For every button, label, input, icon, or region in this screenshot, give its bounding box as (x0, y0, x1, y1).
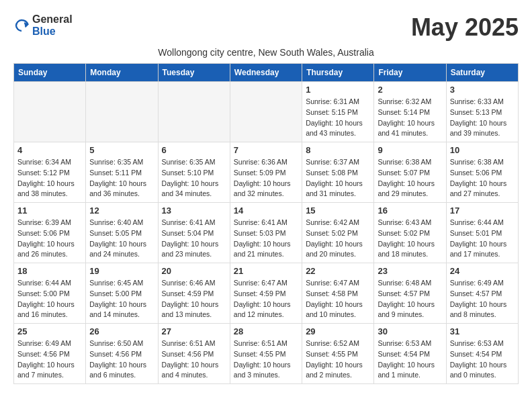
month-title: May 2025 (411, 13, 519, 42)
calendar-header-row: Sunday Monday Tuesday Wednesday Thursday… (14, 64, 519, 82)
day-info: Sunrise: 6:38 AMSunset: 5:07 PMDaylight:… (378, 157, 442, 199)
calendar-cell: 26Sunrise: 6:50 AMSunset: 4:56 PMDayligh… (86, 324, 158, 384)
day-info: Sunrise: 6:45 AMSunset: 5:00 PMDaylight:… (89, 278, 154, 320)
day-number: 10 (450, 145, 515, 155)
col-monday: Monday (86, 64, 158, 82)
day-info: Sunrise: 6:46 AMSunset: 4:59 PMDaylight:… (162, 278, 226, 320)
day-number: 27 (162, 326, 226, 336)
day-info: Sunrise: 6:47 AMSunset: 4:58 PMDaylight:… (306, 278, 370, 320)
day-info: Sunrise: 6:32 AMSunset: 5:14 PMDaylight:… (378, 97, 442, 139)
day-info: Sunrise: 6:53 AMSunset: 4:54 PMDaylight:… (450, 338, 515, 381)
calendar-cell: 1Sunrise: 6:31 AMSunset: 5:15 PMDaylight… (302, 82, 374, 142)
calendar-cell: 5Sunrise: 6:35 AMSunset: 5:11 PMDaylight… (86, 142, 158, 203)
calendar-cell (86, 82, 158, 142)
day-info: Sunrise: 6:51 AMSunset: 4:56 PMDaylight:… (162, 338, 226, 381)
calendar-cell: 10Sunrise: 6:38 AMSunset: 5:06 PMDayligh… (446, 142, 518, 203)
col-wednesday: Wednesday (230, 64, 302, 82)
day-number: 18 (17, 266, 82, 276)
day-number: 25 (17, 326, 82, 336)
logo-icon (13, 17, 30, 34)
calendar-cell: 9Sunrise: 6:38 AMSunset: 5:07 PMDaylight… (374, 142, 446, 203)
calendar-cell: 17Sunrise: 6:44 AMSunset: 5:01 PMDayligh… (446, 203, 518, 263)
calendar-cell: 12Sunrise: 6:40 AMSunset: 5:05 PMDayligh… (86, 203, 158, 263)
week-row-1: 1Sunrise: 6:31 AMSunset: 5:15 PMDaylight… (14, 82, 519, 142)
calendar-cell: 25Sunrise: 6:49 AMSunset: 4:56 PMDayligh… (14, 324, 86, 384)
day-info: Sunrise: 6:50 AMSunset: 4:56 PMDaylight:… (89, 338, 154, 381)
calendar-cell: 11Sunrise: 6:39 AMSunset: 5:06 PMDayligh… (14, 203, 86, 263)
col-thursday: Thursday (302, 64, 374, 82)
day-info: Sunrise: 6:35 AMSunset: 5:10 PMDaylight:… (162, 157, 226, 199)
calendar-cell: 16Sunrise: 6:43 AMSunset: 5:02 PMDayligh… (374, 203, 446, 263)
week-row-4: 18Sunrise: 6:44 AMSunset: 5:00 PMDayligh… (14, 263, 519, 324)
day-number: 29 (306, 326, 370, 336)
day-number: 5 (89, 145, 154, 155)
calendar-cell: 30Sunrise: 6:53 AMSunset: 4:54 PMDayligh… (374, 324, 446, 384)
day-number: 3 (450, 85, 515, 95)
day-number: 12 (89, 205, 154, 216)
day-info: Sunrise: 6:35 AMSunset: 5:11 PMDaylight:… (89, 157, 154, 199)
calendar-cell: 3Sunrise: 6:33 AMSunset: 5:13 PMDaylight… (446, 82, 518, 142)
day-number: 11 (17, 205, 82, 216)
day-number: 1 (306, 85, 370, 95)
day-info: Sunrise: 6:40 AMSunset: 5:05 PMDaylight:… (89, 218, 154, 260)
calendar-cell: 14Sunrise: 6:41 AMSunset: 5:03 PMDayligh… (230, 203, 302, 263)
day-info: Sunrise: 6:33 AMSunset: 5:13 PMDaylight:… (450, 97, 515, 139)
day-info: Sunrise: 6:41 AMSunset: 5:04 PMDaylight:… (162, 218, 226, 260)
day-number: 17 (450, 205, 515, 216)
day-info: Sunrise: 6:44 AMSunset: 5:01 PMDaylight:… (450, 218, 515, 260)
logo: General Blue (13, 13, 73, 37)
calendar-cell: 7Sunrise: 6:36 AMSunset: 5:09 PMDaylight… (230, 142, 302, 203)
day-info: Sunrise: 6:36 AMSunset: 5:09 PMDaylight:… (234, 157, 298, 199)
day-number: 16 (378, 205, 442, 216)
calendar-cell (158, 82, 230, 142)
col-sunday: Sunday (14, 64, 86, 82)
calendar-cell: 22Sunrise: 6:47 AMSunset: 4:58 PMDayligh… (302, 263, 374, 324)
day-info: Sunrise: 6:53 AMSunset: 4:54 PMDaylight:… (378, 338, 442, 381)
day-info: Sunrise: 6:34 AMSunset: 5:12 PMDaylight:… (17, 157, 82, 199)
calendar-cell: 28Sunrise: 6:51 AMSunset: 4:55 PMDayligh… (230, 324, 302, 384)
day-number: 6 (162, 145, 226, 155)
col-friday: Friday (374, 64, 446, 82)
day-number: 14 (234, 205, 298, 216)
day-number: 22 (306, 266, 370, 276)
calendar-cell: 19Sunrise: 6:45 AMSunset: 5:00 PMDayligh… (86, 263, 158, 324)
day-number: 15 (306, 205, 370, 216)
day-info: Sunrise: 6:48 AMSunset: 4:57 PMDaylight:… (378, 278, 442, 320)
day-number: 9 (378, 145, 442, 155)
day-number: 7 (234, 145, 298, 155)
day-info: Sunrise: 6:49 AMSunset: 4:57 PMDaylight:… (450, 278, 515, 320)
logo-blue-text: Blue (32, 26, 73, 38)
day-number: 23 (378, 266, 442, 276)
day-number: 31 (450, 326, 515, 336)
day-info: Sunrise: 6:37 AMSunset: 5:08 PMDaylight:… (306, 157, 370, 199)
day-info: Sunrise: 6:47 AMSunset: 4:59 PMDaylight:… (234, 278, 298, 320)
day-number: 19 (89, 266, 154, 276)
day-info: Sunrise: 6:51 AMSunset: 4:55 PMDaylight:… (234, 338, 298, 381)
day-number: 13 (162, 205, 226, 216)
calendar-cell: 21Sunrise: 6:47 AMSunset: 4:59 PMDayligh… (230, 263, 302, 324)
day-number: 28 (234, 326, 298, 336)
calendar-cell: 29Sunrise: 6:52 AMSunset: 4:55 PMDayligh… (302, 324, 374, 384)
calendar-cell: 4Sunrise: 6:34 AMSunset: 5:12 PMDaylight… (14, 142, 86, 203)
day-info: Sunrise: 6:38 AMSunset: 5:06 PMDaylight:… (450, 157, 515, 199)
calendar-cell: 18Sunrise: 6:44 AMSunset: 5:00 PMDayligh… (14, 263, 86, 324)
calendar-cell: 2Sunrise: 6:32 AMSunset: 5:14 PMDaylight… (374, 82, 446, 142)
day-number: 26 (89, 326, 154, 336)
calendar-cell: 6Sunrise: 6:35 AMSunset: 5:10 PMDaylight… (158, 142, 230, 203)
day-info: Sunrise: 6:49 AMSunset: 4:56 PMDaylight:… (17, 338, 82, 381)
col-saturday: Saturday (446, 64, 518, 82)
calendar-cell: 27Sunrise: 6:51 AMSunset: 4:56 PMDayligh… (158, 324, 230, 384)
calendar-cell: 23Sunrise: 6:48 AMSunset: 4:57 PMDayligh… (374, 263, 446, 324)
calendar-cell (230, 82, 302, 142)
day-number: 30 (378, 326, 442, 336)
calendar-cell: 15Sunrise: 6:42 AMSunset: 5:02 PMDayligh… (302, 203, 374, 263)
day-info: Sunrise: 6:31 AMSunset: 5:15 PMDaylight:… (306, 97, 370, 139)
day-number: 24 (450, 266, 515, 276)
calendar-cell (14, 82, 86, 142)
day-info: Sunrise: 6:44 AMSunset: 5:00 PMDaylight:… (17, 278, 82, 320)
calendar-cell: 31Sunrise: 6:53 AMSunset: 4:54 PMDayligh… (446, 324, 518, 384)
day-info: Sunrise: 6:42 AMSunset: 5:02 PMDaylight:… (306, 218, 370, 260)
day-number: 20 (162, 266, 226, 276)
day-info: Sunrise: 6:43 AMSunset: 5:02 PMDaylight:… (378, 218, 442, 260)
week-row-3: 11Sunrise: 6:39 AMSunset: 5:06 PMDayligh… (14, 203, 519, 263)
